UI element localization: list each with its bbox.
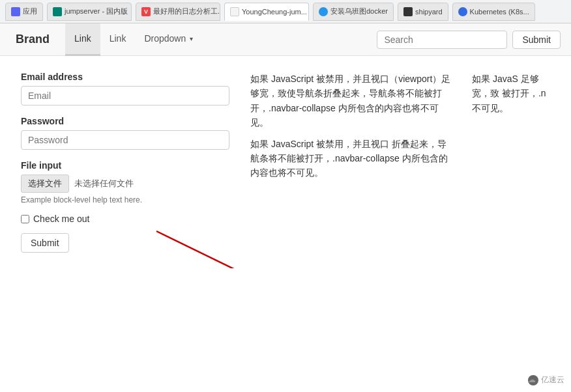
tab-label-jumpserver: jumpserver - 国内版 (65, 7, 128, 16)
navbar: Brand Link Link Dropdown ▾ Submit (0, 23, 571, 56)
tab-icon-app (11, 7, 20, 16)
password-input[interactable] (21, 130, 229, 150)
password-group: Password (21, 116, 229, 150)
tab-icon-jumpserver (53, 7, 62, 16)
tab-young[interactable]: YoungCheung-jum... (224, 3, 309, 21)
navbar-nav: Link Link Dropdown ▾ (65, 23, 377, 56)
form-submit-button[interactable]: Submit (21, 233, 69, 253)
navbar-submit-button[interactable]: Submit (512, 31, 561, 49)
tab-icon-log: V (141, 7, 151, 16)
text-para-3: 如果 JavaS 足够宽，致 被打开，.n 不可见。 (472, 72, 550, 115)
checkbox-row: Check me out (21, 214, 229, 224)
nav-link-1[interactable]: Link (65, 23, 100, 56)
tab-log[interactable]: V 最好用的日志分析工... (136, 3, 220, 21)
nav-search: Submit (377, 31, 561, 49)
tab-label-k8s: Kubernetes (K8s... (470, 8, 529, 16)
nav-link-2[interactable]: Link (100, 23, 136, 56)
text-column-2: 如果 JavaS 足够宽，致 被打开，.n 不可见。 (472, 72, 550, 253)
tab-docker[interactable]: 安装乌班图docker (313, 3, 394, 21)
dropdown-label: Dropdown ▾ (144, 33, 193, 44)
file-help-text: Example block-level help text here. (21, 195, 229, 204)
tab-jumpserver[interactable]: jumpserver - 国内版 (47, 3, 132, 21)
tab-icon-docker (319, 7, 328, 16)
tab-label-app: 应用 (23, 7, 37, 16)
password-label: Password (21, 116, 229, 126)
file-label: File input (21, 160, 229, 171)
chevron-down-icon: ▾ (190, 35, 193, 42)
main-content: Email address Password File input 选择文件 未… (0, 56, 571, 268)
tab-label-ship: shipyard (415, 8, 443, 16)
check-me-out-checkbox[interactable] (21, 215, 29, 223)
email-label: Email address (21, 72, 229, 82)
nav-dropdown[interactable]: Dropdown ▾ (135, 23, 202, 56)
tab-icon-young (230, 7, 239, 16)
text-para-2: 如果 JavaScript 被禁用，并且视口 折叠起来，导航条将不能被打开，.n… (250, 137, 451, 180)
navbar-brand[interactable]: Brand (10, 33, 55, 46)
tab-icon-k8s (458, 7, 467, 16)
tab-icon-ship (403, 7, 413, 16)
tab-shipyard[interactable]: shipyard (398, 3, 448, 21)
text-para-1: 如果 JavaScript 被禁用，并且视口（viewport）足够宽，致使导航… (250, 72, 451, 130)
browser-tab-bar: 应用 jumpserver - 国内版 V 最好用的日志分析工... Young… (0, 0, 571, 23)
tab-label-young: YoungCheung-jum... (242, 8, 307, 16)
tab-app[interactable]: 应用 (5, 3, 43, 21)
form-section: Email address Password File input 选择文件 未… (21, 72, 229, 253)
page-wrapper: 应用 jumpserver - 国内版 V 最好用的日志分析工... Young… (0, 0, 571, 268)
file-choose-button[interactable]: 选择文件 (21, 175, 69, 193)
text-column-1: 如果 JavaScript 被禁用，并且视口（viewport）足够宽，致使导航… (250, 72, 451, 253)
tab-label-docker: 安装乌班图docker (330, 7, 388, 16)
file-no-selected-text: 未选择任何文件 (74, 178, 134, 189)
email-input[interactable] (21, 86, 229, 105)
email-group: Email address (21, 72, 229, 105)
checkbox-label: Check me out (33, 214, 89, 224)
tab-k8s[interactable]: Kubernetes (K8s... (452, 3, 535, 21)
file-input-row: 选择文件 未选择任何文件 (21, 175, 229, 193)
file-input-section: File input 选择文件 未选择任何文件 Example block-le… (21, 160, 229, 204)
tab-label-log: 最好用的日志分析工... (153, 7, 220, 16)
search-input[interactable] (377, 31, 507, 49)
